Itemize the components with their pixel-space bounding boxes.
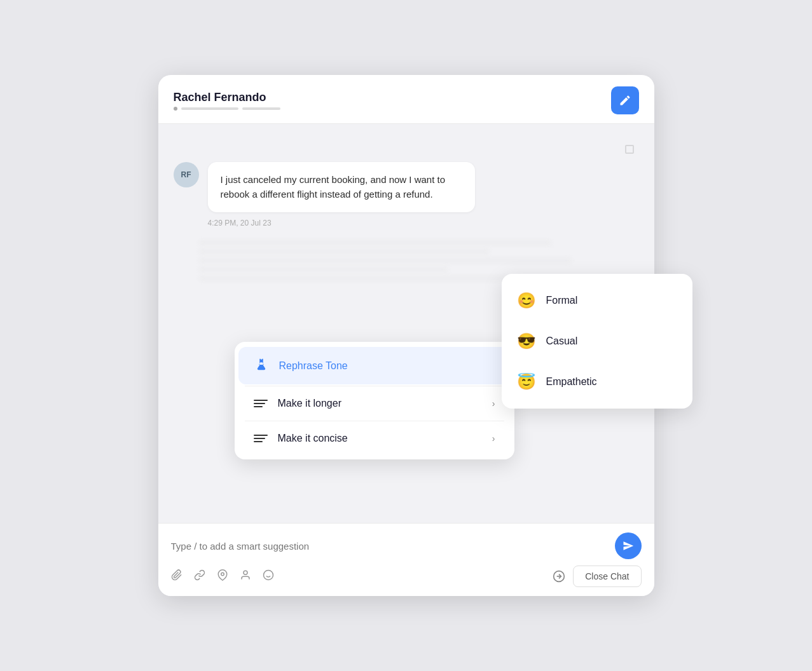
status-line-1 <box>181 107 238 110</box>
emoji-svg <box>263 569 274 581</box>
header-right <box>611 86 639 114</box>
sq-line-5 <box>199 276 510 281</box>
formal-emoji: 😊 <box>517 292 536 309</box>
tone-item-casual[interactable]: 😎 Casual <box>502 321 692 362</box>
chevron-icon-2: › <box>492 433 495 444</box>
contact-status <box>174 107 280 111</box>
sq-line-4 <box>199 267 448 272</box>
empathetic-emoji: 😇 <box>517 373 536 391</box>
chevron-icon-1: › <box>492 398 495 409</box>
person-icon[interactable] <box>240 569 251 584</box>
tone-item-empathetic[interactable]: 😇 Empathetic <box>502 362 692 402</box>
chat-body: RF I just canceled my current booking, a… <box>158 124 654 523</box>
toolbar-icons <box>171 569 274 584</box>
status-line-2 <box>242 107 280 110</box>
tone-submenu: 😊 Formal 😎 Casual 😇 Empathetic <box>502 274 692 409</box>
casual-label: Casual <box>546 336 578 347</box>
contact-name: Rachel Fernando <box>174 91 280 104</box>
menu-item-rephrase-tone[interactable]: Rephrase Tone <box>238 347 511 384</box>
avatar: RF <box>174 162 199 187</box>
link-svg <box>194 569 205 581</box>
chat-window: Rachel Fernando RF I just canceled m <box>158 75 654 596</box>
sq-line-2 <box>199 249 489 254</box>
send-button[interactable] <box>615 532 642 559</box>
message-time: 4:29 PM, 20 Jul 23 <box>208 219 639 227</box>
status-dot <box>174 107 177 111</box>
formal-label: Formal <box>546 295 578 306</box>
attachment-svg <box>171 569 182 581</box>
menu-divider-2 <box>245 421 504 421</box>
menu-item-make-concise[interactable]: Make it concise › <box>238 423 511 454</box>
toolbar-row: Close Chat <box>171 566 642 587</box>
menu-item-make-longer[interactable]: Make it longer › <box>238 388 511 419</box>
svg-point-2 <box>263 570 273 580</box>
chat-header: Rachel Fernando <box>158 75 654 124</box>
attachment-icon[interactable] <box>171 569 182 584</box>
person-svg <box>240 569 251 581</box>
empathetic-label: Empathetic <box>546 376 597 388</box>
blur-top <box>174 137 639 162</box>
header-left: Rachel Fernando <box>174 91 280 111</box>
message-row: RF I just canceled my current booking, a… <box>174 162 639 212</box>
location-icon[interactable] <box>217 569 228 584</box>
make-concise-label: Make it concise <box>278 433 482 444</box>
tone-item-formal[interactable]: 😊 Formal <box>502 280 692 321</box>
context-menu: Rephrase Tone Make it longer › <box>235 342 514 459</box>
menu-divider-1 <box>245 386 504 386</box>
toolbar-right: Close Chat <box>553 566 641 587</box>
link-icon[interactable] <box>194 569 205 584</box>
sq-line-3 <box>199 258 572 263</box>
input-area: Close Chat <box>158 523 654 596</box>
rephrase-tone-label: Rephrase Tone <box>279 360 495 372</box>
close-chat-button[interactable]: Close Chat <box>573 566 641 587</box>
svg-point-0 <box>221 573 224 576</box>
flask-svg <box>254 357 268 371</box>
make-longer-label: Make it longer <box>278 398 482 409</box>
edit-icon <box>619 94 631 107</box>
casual-emoji: 😎 <box>517 332 536 350</box>
location-svg <box>217 569 228 581</box>
message-input[interactable] <box>171 538 607 554</box>
lines-icon-1 <box>254 400 268 407</box>
audio-button[interactable] <box>553 570 565 583</box>
message-bubble: I just canceled my current booking, and … <box>208 162 475 212</box>
send-icon <box>623 540 634 552</box>
flask-icon <box>254 357 269 374</box>
lines-icon-2 <box>254 435 268 442</box>
svg-point-1 <box>244 571 247 574</box>
input-row <box>171 532 642 559</box>
sq-line-1 <box>199 240 551 245</box>
message-text: I just canceled my current booking, and … <box>221 174 446 200</box>
emoji-icon[interactable] <box>263 569 274 584</box>
edit-button[interactable] <box>611 86 639 114</box>
audio-icon <box>553 570 565 583</box>
